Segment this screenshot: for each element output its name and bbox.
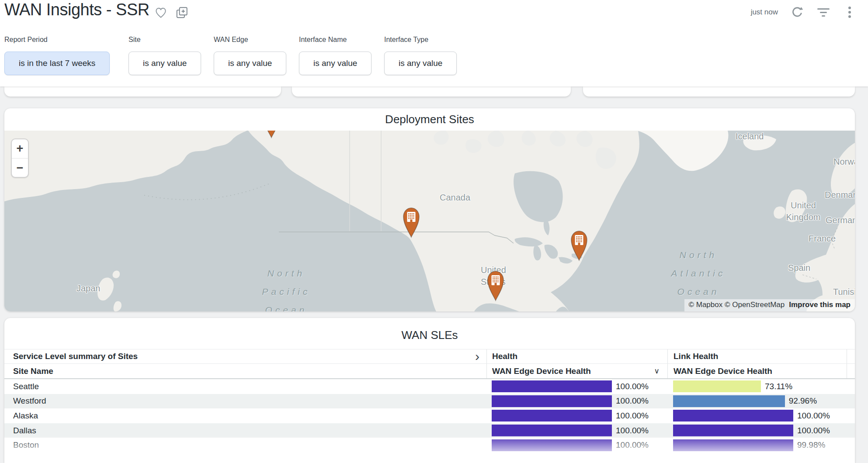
site-marker-pin[interactable] <box>401 206 422 238</box>
map-label-france: France <box>809 234 836 244</box>
favorite-heart-icon[interactable] <box>154 6 168 20</box>
mapbox-link[interactable]: © Mapbox <box>689 301 723 309</box>
site-marker-pin[interactable] <box>485 269 506 301</box>
health-group-header: Health <box>486 349 667 363</box>
copy-dashboard-icon[interactable] <box>175 6 189 20</box>
link-health-value: 99.98% <box>797 440 825 450</box>
health-value: 100.00% <box>616 396 649 406</box>
link-health-bar <box>673 410 793 422</box>
map-attribution: © Mapbox © OpenStreetMapImprove this map <box>684 299 855 311</box>
filter-chip-report-period[interactable]: is in the last 7 weeks <box>4 52 110 75</box>
tile-peek <box>292 86 571 97</box>
filter-report-period: Report Period is in the last 7 weeks <box>4 36 110 75</box>
filter-site: Site is any value <box>128 36 201 75</box>
metric-dropdown-chevron-icon[interactable]: ∨ <box>654 366 660 376</box>
last-updated-text: just now <box>751 8 778 17</box>
filter-interface-name: Interface Name is any value <box>299 36 372 75</box>
link-metric-header: WAN Edge Device Health <box>667 364 847 378</box>
osm-link[interactable]: © OpenStreetMap <box>725 301 785 309</box>
map-label-spain: Spain <box>788 263 810 273</box>
health-value: 100.00% <box>616 411 649 421</box>
health-bar <box>492 410 612 422</box>
filter-label: WAN Edge <box>214 36 286 44</box>
map-zoom-control: + − <box>11 138 29 178</box>
site-marker-pin[interactable] <box>569 229 590 261</box>
tile-peek <box>583 86 855 97</box>
map-label-north-atlantic-ocean: NorthAtlanticOcean <box>653 246 744 301</box>
sle-card-title: WAN SLEs <box>4 318 855 349</box>
table-row[interactable]: Alaska 100.00% 100.00% <box>4 408 855 423</box>
link-health-value: 73.11% <box>765 382 792 391</box>
refresh-icon[interactable] <box>790 5 804 19</box>
map-label-japan: Japan <box>76 283 101 294</box>
site-name-cell[interactable]: Dallas <box>4 423 486 438</box>
health-value: 100.00% <box>616 440 649 450</box>
site-name-cell[interactable]: Alaska <box>4 408 486 423</box>
filter-chip-interface-name[interactable]: is any value <box>299 52 372 75</box>
map-label-denmark: Denmark <box>825 190 855 200</box>
filter-chip-interface-type[interactable]: is any value <box>384 52 457 75</box>
map-card-title: Deployment Sites <box>4 108 855 131</box>
filter-wan-edge: WAN Edge is any value <box>214 36 286 75</box>
link-health-bar <box>673 439 793 451</box>
filter-chip-wan-edge[interactable]: is any value <box>214 52 286 75</box>
health-metric-header: WAN Edge Device Health∨ <box>486 364 667 378</box>
header-controls: just now <box>751 3 857 21</box>
map-label-germany: Germany <box>826 215 855 225</box>
filter-label: Report Period <box>4 36 110 44</box>
summary-group-header: Service Level summary of Sites› <box>4 349 486 363</box>
map-label-north-pacific-ocean: NorthPacificOcean <box>240 264 332 311</box>
site-marker-pin[interactable] <box>261 131 282 138</box>
world-map[interactable]: Canada UnitedStates Japan Iceland Norway… <box>4 131 855 311</box>
link-health-group-header: Link Health <box>667 349 847 363</box>
map-label-united-kingdom: UnitedKingdom <box>773 200 834 223</box>
link-health-value: 100.00% <box>797 411 830 421</box>
site-name-cell[interactable]: Boston <box>4 438 486 453</box>
map-label-iceland: Iceland <box>736 131 764 142</box>
link-health-bar <box>673 380 761 392</box>
dashboard-header: WAN Insights - SSR just now Report Perio… <box>0 0 868 86</box>
table-row[interactable]: Westford 100.00% 92.96% <box>4 394 855 409</box>
expand-chevron-icon[interactable]: › <box>475 352 479 361</box>
sle-column-header-row: Site Name WAN Edge Device Health∨ WAN Ed… <box>4 363 855 379</box>
map-label-norway: Norway <box>833 157 855 167</box>
link-health-bar <box>673 395 785 407</box>
sle-group-header-row: Service Level summary of Sites› Health L… <box>4 349 855 363</box>
filter-label: Site <box>128 36 201 44</box>
health-bar <box>492 439 612 451</box>
tile-peek <box>4 86 281 97</box>
table-row[interactable]: Seattle 100.00% 73.11% <box>4 379 855 394</box>
filter-label: Interface Type <box>384 36 457 44</box>
table-row[interactable]: Dallas 100.00% 100.00% <box>4 423 855 438</box>
link-health-bar <box>673 425 793 436</box>
improve-map-link[interactable]: Improve this map <box>789 301 851 309</box>
map-label-canada: Canada <box>440 193 470 203</box>
wan-sles-card: WAN SLEs Service Level summary of Sites›… <box>4 318 855 463</box>
map-label-tunisia: Tunisia <box>833 287 855 297</box>
health-bar <box>492 380 612 392</box>
page-title: WAN Insights - SSR <box>4 0 149 19</box>
health-value: 100.00% <box>616 382 649 391</box>
health-bar <box>492 425 612 436</box>
filter-interface-type: Interface Type is any value <box>384 36 457 75</box>
filter-label: Interface Name <box>299 36 372 44</box>
site-name-header: Site Name <box>4 364 486 378</box>
health-bar <box>492 395 612 407</box>
deployment-sites-card: Deployment Sites <box>4 108 855 311</box>
link-health-value: 100.00% <box>797 426 830 435</box>
site-name-cell[interactable]: Seattle <box>4 379 486 394</box>
table-row[interactable]: Boston 100.00% 99.98% <box>4 438 855 453</box>
filter-chip-site[interactable]: is any value <box>128 52 201 75</box>
health-value: 100.00% <box>616 426 649 435</box>
zoom-in-button[interactable]: + <box>12 139 28 158</box>
site-name-cell[interactable]: Westford <box>4 394 486 409</box>
zoom-out-button[interactable]: − <box>12 158 28 177</box>
dashboard-filters-icon[interactable] <box>816 5 830 19</box>
link-health-value: 92.96% <box>789 396 817 406</box>
more-actions-kebab-icon[interactable] <box>843 5 857 19</box>
